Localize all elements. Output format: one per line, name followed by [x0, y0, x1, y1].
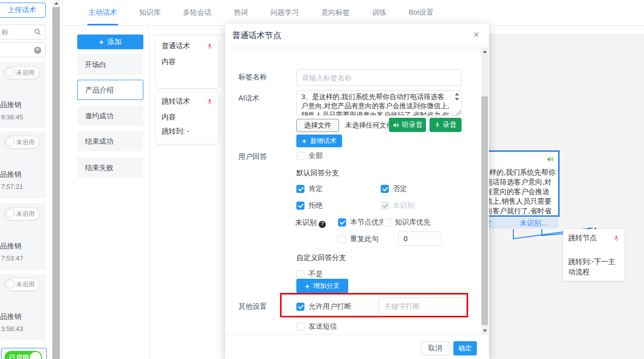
- jump-node-card[interactable]: 跳转节点 跳转到:-下一主动流程: [563, 229, 625, 281]
- toggle-label: 未启用: [16, 138, 35, 147]
- enable-toggle-on[interactable]: 已启用: [5, 351, 42, 359]
- tab-question-learning[interactable]: 问题学习: [269, 0, 300, 25]
- checkbox-box[interactable]: [296, 152, 304, 160]
- top-navbar: 主动话术 知识库 多轮会话 热词 问题学习 意向标签 训练 Bot设置: [62, 0, 644, 26]
- ai-script-textarea[interactable]: 3、是这样的,我们系统先帮你自动打电话筛选客户意向,对您产品有意向的客户会推送到…: [296, 90, 462, 116]
- script-card[interactable]: 未启用 品推销 3:58:43: [0, 274, 46, 340]
- tab-knowledge-base[interactable]: 知识库: [138, 0, 162, 25]
- checkbox-box[interactable]: [296, 303, 304, 311]
- close-icon[interactable]: [471, 29, 482, 40]
- checkbox-deny[interactable]: 否定: [381, 184, 407, 193]
- checkbox-box[interactable]: [296, 270, 304, 278]
- help-icon[interactable]: [319, 221, 326, 228]
- checkbox-box[interactable]: [338, 235, 346, 243]
- interrupt-keyword-input[interactable]: [379, 298, 467, 314]
- add-branch-label: 增加分支: [313, 281, 340, 290]
- checkbox-kb-first[interactable]: 知识库优先: [383, 218, 431, 227]
- checkbox-box[interactable]: [296, 185, 304, 193]
- checkbox-label: 不是: [309, 270, 323, 279]
- checkbox-repeat[interactable]: 重复此句: [338, 235, 379, 244]
- node-card-title: 跳转话术: [162, 97, 190, 106]
- search-input[interactable]: 称: [0, 24, 46, 40]
- scroll-down-icon[interactable]: [455, 98, 459, 101]
- top-tabs: 主动话术 知识库 多轮会话 热词 问题学习 意向标签 训练 Bot设置: [87, 0, 435, 25]
- branch-tab-unrecognized[interactable]: 未识别...: [509, 218, 558, 229]
- choose-file-button[interactable]: 选择文件: [296, 119, 339, 132]
- cancel-button[interactable]: 取消: [421, 341, 449, 355]
- textarea-scrollbar[interactable]: [453, 92, 460, 101]
- filter-select[interactable]: [0, 42, 46, 57]
- node-card-content: 内容: [162, 113, 213, 122]
- sidebar-item-end-ok[interactable]: 结束成功: [77, 131, 143, 151]
- checkbox-box[interactable]: [381, 185, 389, 193]
- sidebar-item-product[interactable]: 产品介绍: [77, 80, 143, 100]
- checkbox-affirm[interactable]: 肯定: [296, 184, 323, 193]
- modal-header: 普通话术节点: [225, 24, 489, 48]
- sidebar-item-end-fail[interactable]: 结束失败: [77, 157, 143, 178]
- scroll-up-icon[interactable]: [455, 93, 459, 95]
- node-card-jump-target: 跳转到: -: [162, 127, 213, 136]
- enable-toggle[interactable]: 未启用: [4, 136, 40, 149]
- checkbox-box[interactable]: [338, 218, 346, 226]
- modal-scrollbar[interactable]: [481, 48, 488, 334]
- speaker-icon[interactable]: [546, 155, 555, 163]
- sidebar-item-invite-ok[interactable]: 邀约成功: [77, 106, 143, 126]
- checkbox-box[interactable]: [383, 218, 391, 226]
- scroll-up-icon[interactable]: [54, 2, 58, 5]
- clear-icon[interactable]: [34, 47, 41, 54]
- checkbox-node-first[interactable]: 本节点优先: [338, 218, 386, 227]
- repeat-count-input[interactable]: [398, 232, 442, 246]
- tab-training[interactable]: 训练: [371, 0, 387, 25]
- checkbox-box[interactable]: [296, 322, 304, 331]
- enable-toggle[interactable]: 未启用: [4, 278, 40, 291]
- tab-multi-turn[interactable]: 多轮会话: [182, 0, 212, 25]
- scroll-down-icon[interactable]: [483, 330, 487, 332]
- toggle-knob: [30, 352, 41, 359]
- tab-bot-settings[interactable]: Bot设置: [408, 0, 435, 25]
- speaker-icon: [392, 122, 400, 128]
- scroll-up-icon[interactable]: [483, 50, 487, 53]
- microphone-icon[interactable]: [613, 234, 620, 243]
- tab-intent-label[interactable]: 意向标签: [320, 0, 351, 25]
- resize-grip-icon[interactable]: [456, 110, 461, 115]
- enable-toggle[interactable]: 未启用: [4, 66, 40, 79]
- new-script-button[interactable]: 新增话术: [296, 135, 342, 147]
- script-name: 品推销: [0, 312, 21, 321]
- checkbox-reject[interactable]: 拒绝: [296, 201, 323, 210]
- node-card-normal[interactable]: 普通话术 内容: [156, 37, 219, 88]
- checkbox-not-is[interactable]: 不是: [296, 270, 323, 279]
- sidebar-item-opening[interactable]: 开场白: [77, 54, 143, 75]
- listen-recording-button[interactable]: 听录音: [389, 118, 426, 132]
- other-settings-label: 其他设置: [238, 302, 267, 311]
- script-card-enabled[interactable]: 已启用: [1, 348, 47, 359]
- left-scrollbar[interactable]: [52, 0, 60, 359]
- microphone-icon[interactable]: [206, 97, 213, 106]
- tag-name-input[interactable]: [296, 69, 462, 86]
- record-label: 录音: [443, 120, 456, 129]
- add-node-button[interactable]: 添加: [77, 35, 143, 49]
- toggle-knob: [6, 137, 15, 146]
- jump-node-title: 跳转节点: [568, 234, 597, 243]
- add-branch-button[interactable]: 增加分支: [296, 279, 348, 293]
- upload-script-button[interactable]: 上传话术: [0, 3, 46, 18]
- script-card[interactable]: 未启用 品推销 7:57:21: [0, 132, 46, 199]
- script-card[interactable]: 未启用 品推销 9:38:45: [0, 62, 46, 128]
- tab-hot-words[interactable]: 热词: [233, 0, 249, 25]
- scrollbar-thumb[interactable]: [52, 7, 60, 359]
- tab-active-script[interactable]: 主动话术: [87, 0, 118, 25]
- script-card[interactable]: 未启用 品推销 7:53:47: [0, 203, 46, 270]
- toggle-label: 已启用: [9, 353, 29, 359]
- tag-name-label: 标签名称: [238, 73, 267, 82]
- confirm-button[interactable]: 确定: [453, 341, 477, 355]
- record-button[interactable]: 录音: [430, 118, 462, 132]
- checkbox-all[interactable]: 全部: [296, 151, 323, 160]
- checkbox-label: 全部: [309, 151, 323, 160]
- enable-toggle[interactable]: 未启用: [4, 207, 40, 220]
- checkbox-box[interactable]: [296, 202, 304, 210]
- microphone-icon[interactable]: [206, 42, 213, 51]
- scrollbar-thumb[interactable]: [481, 96, 488, 325]
- node-card-jump[interactable]: 跳转话术 内容 跳转到: -: [156, 92, 219, 144]
- checkbox-send-sms[interactable]: 发送短信: [296, 322, 337, 331]
- checkbox-allow-interrupt[interactable]: 允许用户打断: [296, 302, 351, 311]
- search-icon[interactable]: [34, 28, 41, 36]
